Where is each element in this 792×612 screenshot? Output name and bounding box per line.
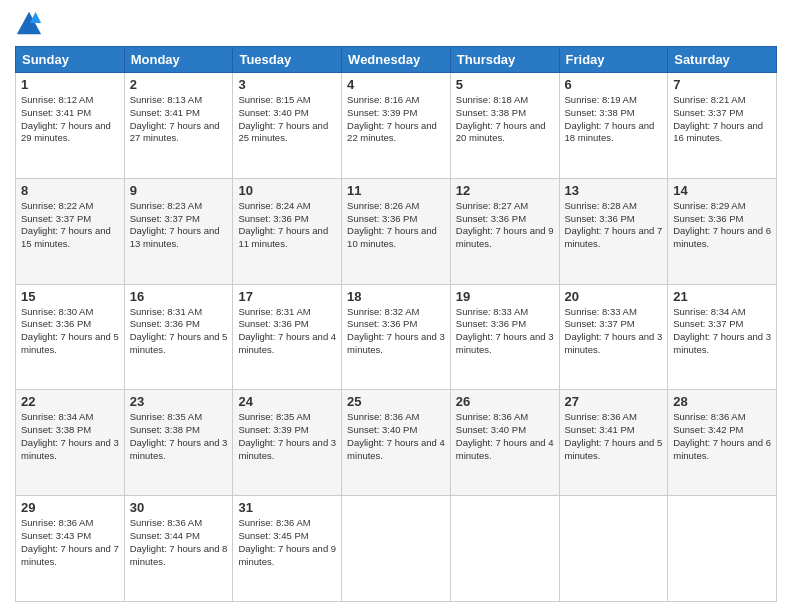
- day-info: Sunrise: 8:36 AMSunset: 3:41 PMDaylight:…: [565, 411, 663, 462]
- day-number: 25: [347, 394, 445, 409]
- day-number: 16: [130, 289, 228, 304]
- day-info: Sunrise: 8:36 AMSunset: 3:44 PMDaylight:…: [130, 517, 228, 568]
- day-info: Sunrise: 8:23 AMSunset: 3:37 PMDaylight:…: [130, 200, 228, 251]
- calendar-header-saturday: Saturday: [668, 47, 777, 73]
- calendar-cell: 24Sunrise: 8:35 AMSunset: 3:39 PMDayligh…: [233, 390, 342, 496]
- calendar-cell: 13Sunrise: 8:28 AMSunset: 3:36 PMDayligh…: [559, 178, 668, 284]
- day-number: 1: [21, 77, 119, 92]
- day-number: 11: [347, 183, 445, 198]
- calendar-header-row: SundayMondayTuesdayWednesdayThursdayFrid…: [16, 47, 777, 73]
- logo: [15, 10, 47, 38]
- calendar-cell: 6Sunrise: 8:19 AMSunset: 3:38 PMDaylight…: [559, 73, 668, 179]
- day-info: Sunrise: 8:29 AMSunset: 3:36 PMDaylight:…: [673, 200, 771, 251]
- calendar-cell: [559, 496, 668, 602]
- calendar-cell: 21Sunrise: 8:34 AMSunset: 3:37 PMDayligh…: [668, 284, 777, 390]
- calendar-header-friday: Friday: [559, 47, 668, 73]
- calendar-week-3: 15Sunrise: 8:30 AMSunset: 3:36 PMDayligh…: [16, 284, 777, 390]
- day-info: Sunrise: 8:27 AMSunset: 3:36 PMDaylight:…: [456, 200, 554, 251]
- day-number: 27: [565, 394, 663, 409]
- calendar-header-wednesday: Wednesday: [342, 47, 451, 73]
- day-info: Sunrise: 8:18 AMSunset: 3:38 PMDaylight:…: [456, 94, 554, 145]
- day-number: 22: [21, 394, 119, 409]
- calendar-cell: 30Sunrise: 8:36 AMSunset: 3:44 PMDayligh…: [124, 496, 233, 602]
- day-number: 17: [238, 289, 336, 304]
- day-number: 14: [673, 183, 771, 198]
- calendar-cell: 12Sunrise: 8:27 AMSunset: 3:36 PMDayligh…: [450, 178, 559, 284]
- calendar-cell: 16Sunrise: 8:31 AMSunset: 3:36 PMDayligh…: [124, 284, 233, 390]
- calendar-cell: 11Sunrise: 8:26 AMSunset: 3:36 PMDayligh…: [342, 178, 451, 284]
- day-number: 20: [565, 289, 663, 304]
- calendar-cell: 2Sunrise: 8:13 AMSunset: 3:41 PMDaylight…: [124, 73, 233, 179]
- day-number: 26: [456, 394, 554, 409]
- day-number: 19: [456, 289, 554, 304]
- day-info: Sunrise: 8:32 AMSunset: 3:36 PMDaylight:…: [347, 306, 445, 357]
- calendar-cell: 8Sunrise: 8:22 AMSunset: 3:37 PMDaylight…: [16, 178, 125, 284]
- day-number: 10: [238, 183, 336, 198]
- day-info: Sunrise: 8:12 AMSunset: 3:41 PMDaylight:…: [21, 94, 119, 145]
- day-info: Sunrise: 8:30 AMSunset: 3:36 PMDaylight:…: [21, 306, 119, 357]
- day-number: 18: [347, 289, 445, 304]
- calendar-cell: [668, 496, 777, 602]
- day-info: Sunrise: 8:13 AMSunset: 3:41 PMDaylight:…: [130, 94, 228, 145]
- day-number: 31: [238, 500, 336, 515]
- day-info: Sunrise: 8:35 AMSunset: 3:38 PMDaylight:…: [130, 411, 228, 462]
- day-info: Sunrise: 8:15 AMSunset: 3:40 PMDaylight:…: [238, 94, 336, 145]
- calendar-cell: 23Sunrise: 8:35 AMSunset: 3:38 PMDayligh…: [124, 390, 233, 496]
- calendar-cell: 22Sunrise: 8:34 AMSunset: 3:38 PMDayligh…: [16, 390, 125, 496]
- day-info: Sunrise: 8:34 AMSunset: 3:37 PMDaylight:…: [673, 306, 771, 357]
- day-number: 6: [565, 77, 663, 92]
- page: SundayMondayTuesdayWednesdayThursdayFrid…: [0, 0, 792, 612]
- day-number: 24: [238, 394, 336, 409]
- day-info: Sunrise: 8:33 AMSunset: 3:37 PMDaylight:…: [565, 306, 663, 357]
- calendar-week-2: 8Sunrise: 8:22 AMSunset: 3:37 PMDaylight…: [16, 178, 777, 284]
- calendar-cell: 27Sunrise: 8:36 AMSunset: 3:41 PMDayligh…: [559, 390, 668, 496]
- day-info: Sunrise: 8:34 AMSunset: 3:38 PMDaylight:…: [21, 411, 119, 462]
- day-number: 8: [21, 183, 119, 198]
- day-info: Sunrise: 8:22 AMSunset: 3:37 PMDaylight:…: [21, 200, 119, 251]
- day-info: Sunrise: 8:36 AMSunset: 3:40 PMDaylight:…: [347, 411, 445, 462]
- calendar-cell: 1Sunrise: 8:12 AMSunset: 3:41 PMDaylight…: [16, 73, 125, 179]
- day-info: Sunrise: 8:28 AMSunset: 3:36 PMDaylight:…: [565, 200, 663, 251]
- calendar-cell: 4Sunrise: 8:16 AMSunset: 3:39 PMDaylight…: [342, 73, 451, 179]
- calendar-cell: 17Sunrise: 8:31 AMSunset: 3:36 PMDayligh…: [233, 284, 342, 390]
- calendar-cell: 5Sunrise: 8:18 AMSunset: 3:38 PMDaylight…: [450, 73, 559, 179]
- day-number: 21: [673, 289, 771, 304]
- day-info: Sunrise: 8:36 AMSunset: 3:42 PMDaylight:…: [673, 411, 771, 462]
- day-number: 4: [347, 77, 445, 92]
- day-info: Sunrise: 8:24 AMSunset: 3:36 PMDaylight:…: [238, 200, 336, 251]
- calendar-header-monday: Monday: [124, 47, 233, 73]
- day-info: Sunrise: 8:31 AMSunset: 3:36 PMDaylight:…: [130, 306, 228, 357]
- calendar-week-5: 29Sunrise: 8:36 AMSunset: 3:43 PMDayligh…: [16, 496, 777, 602]
- day-info: Sunrise: 8:21 AMSunset: 3:37 PMDaylight:…: [673, 94, 771, 145]
- calendar-cell: 31Sunrise: 8:36 AMSunset: 3:45 PMDayligh…: [233, 496, 342, 602]
- day-info: Sunrise: 8:31 AMSunset: 3:36 PMDaylight:…: [238, 306, 336, 357]
- calendar-cell: 26Sunrise: 8:36 AMSunset: 3:40 PMDayligh…: [450, 390, 559, 496]
- calendar-cell: 19Sunrise: 8:33 AMSunset: 3:36 PMDayligh…: [450, 284, 559, 390]
- calendar-header-tuesday: Tuesday: [233, 47, 342, 73]
- calendar-header-sunday: Sunday: [16, 47, 125, 73]
- calendar-cell: [450, 496, 559, 602]
- day-info: Sunrise: 8:26 AMSunset: 3:36 PMDaylight:…: [347, 200, 445, 251]
- day-info: Sunrise: 8:36 AMSunset: 3:45 PMDaylight:…: [238, 517, 336, 568]
- day-number: 9: [130, 183, 228, 198]
- calendar-cell: 7Sunrise: 8:21 AMSunset: 3:37 PMDaylight…: [668, 73, 777, 179]
- day-number: 29: [21, 500, 119, 515]
- day-number: 15: [21, 289, 119, 304]
- day-info: Sunrise: 8:33 AMSunset: 3:36 PMDaylight:…: [456, 306, 554, 357]
- calendar-cell: 20Sunrise: 8:33 AMSunset: 3:37 PMDayligh…: [559, 284, 668, 390]
- calendar-cell: 28Sunrise: 8:36 AMSunset: 3:42 PMDayligh…: [668, 390, 777, 496]
- day-number: 12: [456, 183, 554, 198]
- calendar-cell: 15Sunrise: 8:30 AMSunset: 3:36 PMDayligh…: [16, 284, 125, 390]
- calendar-cell: 10Sunrise: 8:24 AMSunset: 3:36 PMDayligh…: [233, 178, 342, 284]
- calendar-header-thursday: Thursday: [450, 47, 559, 73]
- day-number: 30: [130, 500, 228, 515]
- day-info: Sunrise: 8:16 AMSunset: 3:39 PMDaylight:…: [347, 94, 445, 145]
- calendar-week-1: 1Sunrise: 8:12 AMSunset: 3:41 PMDaylight…: [16, 73, 777, 179]
- header: [15, 10, 777, 38]
- calendar-cell: 14Sunrise: 8:29 AMSunset: 3:36 PMDayligh…: [668, 178, 777, 284]
- day-info: Sunrise: 8:19 AMSunset: 3:38 PMDaylight:…: [565, 94, 663, 145]
- day-number: 2: [130, 77, 228, 92]
- day-number: 13: [565, 183, 663, 198]
- calendar-cell: 3Sunrise: 8:15 AMSunset: 3:40 PMDaylight…: [233, 73, 342, 179]
- calendar-week-4: 22Sunrise: 8:34 AMSunset: 3:38 PMDayligh…: [16, 390, 777, 496]
